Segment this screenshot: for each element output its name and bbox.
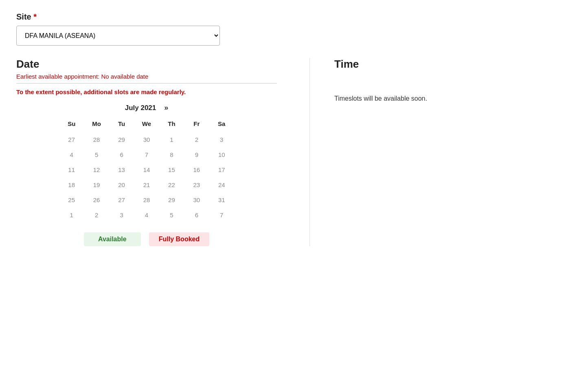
earliest-notice: Earliest available appointment: No avail… <box>16 73 277 80</box>
calendar-day[interactable]: 1 <box>59 207 84 223</box>
calendar-day[interactable]: 12 <box>84 162 109 177</box>
time-section: Time Timeslots will be available soon. <box>309 58 572 246</box>
required-marker: * <box>33 12 37 21</box>
legend-available: Available <box>84 232 141 246</box>
calendar-day[interactable]: 30 <box>184 192 209 207</box>
calendar-month-title: July 2021 <box>125 104 156 112</box>
calendar-week-row: 18192021222324 <box>59 177 234 192</box>
calendar-day[interactable]: 23 <box>184 177 209 192</box>
calendar-day[interactable]: 8 <box>159 147 184 162</box>
calendar-day[interactable]: 7 <box>134 147 159 162</box>
calendar-day[interactable]: 2 <box>84 207 109 223</box>
time-title: Time <box>334 58 572 71</box>
calendar-day[interactable]: 28 <box>84 132 109 147</box>
calendar-day[interactable]: 3 <box>109 207 134 223</box>
calendar-day[interactable]: 6 <box>109 147 134 162</box>
calendar-day[interactable]: 13 <box>109 162 134 177</box>
date-section: Date Earliest available appointment: No … <box>16 58 277 246</box>
legend: Available Fully Booked <box>16 232 277 246</box>
site-select[interactable]: DFA MANILA (ASEANA) DFA MANILA (ASEANA) … <box>16 26 220 46</box>
legend-booked: Fully Booked <box>149 232 209 246</box>
site-label-text: Site <box>16 12 31 21</box>
calendar-day[interactable]: 21 <box>134 177 159 192</box>
calendar-day[interactable]: 24 <box>209 177 234 192</box>
calendar-day[interactable]: 27 <box>59 132 84 147</box>
day-header-we: We <box>134 117 159 132</box>
calendar-grid: Su Mo Tu We Th Fr Sa 2728293012345678910… <box>59 117 234 223</box>
calendar-body: 2728293012345678910111213141516171819202… <box>59 132 234 223</box>
calendar-week-row: 1234567 <box>59 207 234 223</box>
calendar-day[interactable]: 25 <box>59 192 84 207</box>
calendar-day[interactable]: 4 <box>134 207 159 223</box>
calendar-next-nav[interactable]: » <box>164 104 168 112</box>
calendar-header: July 2021 » <box>59 104 234 112</box>
day-header-su: Su <box>59 117 84 132</box>
day-header-fr: Fr <box>184 117 209 132</box>
main-layout: Date Earliest available appointment: No … <box>16 58 572 246</box>
calendar-day[interactable]: 1 <box>159 132 184 147</box>
calendar-day[interactable]: 27 <box>109 192 134 207</box>
legend-booked-label: Fully Booked <box>159 236 200 243</box>
calendar-day[interactable]: 28 <box>134 192 159 207</box>
site-label: Site * <box>16 12 572 22</box>
calendar-week-row: 27282930123 <box>59 132 234 147</box>
calendar-day[interactable]: 3 <box>209 132 234 147</box>
calendar-day[interactable]: 4 <box>59 147 84 162</box>
calendar-day[interactable]: 11 <box>59 162 84 177</box>
calendar-week-row: 45678910 <box>59 147 234 162</box>
calendar-day[interactable]: 15 <box>159 162 184 177</box>
day-header-mo: Mo <box>84 117 109 132</box>
calendar-day[interactable]: 16 <box>184 162 209 177</box>
calendar-day[interactable]: 10 <box>209 147 234 162</box>
slots-notice: To the extent possible, additional slots… <box>16 88 277 95</box>
calendar-day[interactable]: 6 <box>184 207 209 223</box>
legend-available-label: Available <box>98 236 127 243</box>
calendar-day[interactable]: 17 <box>209 162 234 177</box>
calendar-day[interactable]: 22 <box>159 177 184 192</box>
day-header-tu: Tu <box>109 117 134 132</box>
calendar-weekday-header-row: Su Mo Tu We Th Fr Sa <box>59 117 234 132</box>
calendar-day[interactable]: 18 <box>59 177 84 192</box>
calendar-day[interactable]: 5 <box>84 147 109 162</box>
calendar-week-row: 11121314151617 <box>59 162 234 177</box>
calendar-day[interactable]: 14 <box>134 162 159 177</box>
date-title: Date <box>16 58 277 71</box>
site-field: Site * DFA MANILA (ASEANA) DFA MANILA (A… <box>16 12 572 46</box>
calendar-day[interactable]: 30 <box>134 132 159 147</box>
calendar-day[interactable]: 20 <box>109 177 134 192</box>
calendar-day[interactable]: 19 <box>84 177 109 192</box>
date-divider <box>16 83 277 84</box>
calendar-week-row: 25262728293031 <box>59 192 234 207</box>
time-notice: Timeslots will be available soon. <box>334 95 572 102</box>
calendar-day[interactable]: 2 <box>184 132 209 147</box>
calendar-day[interactable]: 9 <box>184 147 209 162</box>
calendar-day[interactable]: 31 <box>209 192 234 207</box>
calendar-day[interactable]: 26 <box>84 192 109 207</box>
day-header-th: Th <box>159 117 184 132</box>
calendar-day[interactable]: 5 <box>159 207 184 223</box>
calendar-day[interactable]: 7 <box>209 207 234 223</box>
calendar-day[interactable]: 29 <box>109 132 134 147</box>
calendar-day[interactable]: 29 <box>159 192 184 207</box>
day-header-sa: Sa <box>209 117 234 132</box>
calendar: July 2021 » Su Mo Tu We Th Fr Sa 2728 <box>59 104 234 223</box>
